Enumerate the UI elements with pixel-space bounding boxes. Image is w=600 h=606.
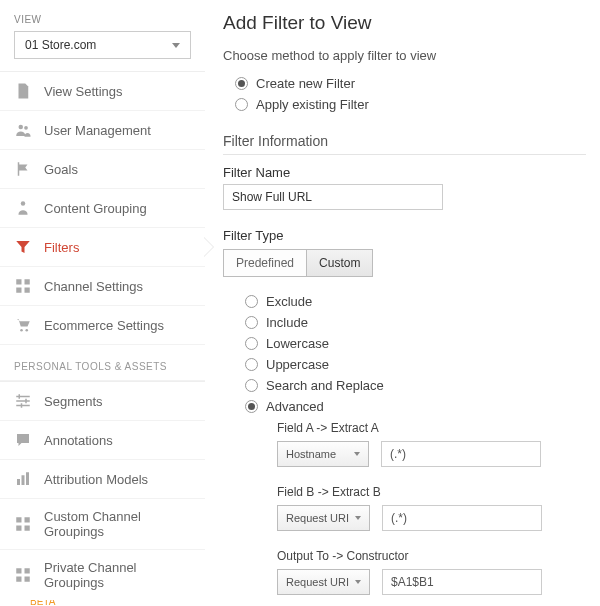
radio-exclude[interactable] [245,295,258,308]
svg-rect-15 [21,403,23,408]
sidebar-item-label: Filters [44,240,79,255]
sidebar-item-annotations[interactable]: Annotations [0,421,205,460]
select-value: Request URI [286,512,349,524]
advanced-settings: Field A -> Extract A Hostname Field B ->… [277,421,586,595]
view-selector[interactable]: 01 Store.com [14,31,191,59]
svg-rect-4 [16,279,21,284]
filter-name-input[interactable] [223,184,443,210]
svg-rect-11 [16,400,30,402]
sidebar-item-user-management[interactable]: User Management [0,111,205,150]
svg-rect-24 [25,568,30,573]
sidebar-item-label: Content Grouping [44,201,147,216]
bar-chart-icon [14,470,32,488]
svg-rect-7 [25,288,30,293]
tab-predefined[interactable]: Predefined [223,249,307,277]
radio-lowercase[interactable] [245,337,258,350]
svg-rect-19 [16,517,21,522]
filter-information-heading: Filter Information [223,133,586,155]
grid-dots-icon [14,566,32,584]
chevron-down-icon [172,43,180,48]
page-icon [14,82,32,100]
method-prompt: Choose method to apply filter to view [223,48,586,63]
sidebar-item-label: User Management [44,123,151,138]
svg-rect-5 [25,279,30,284]
svg-rect-18 [26,472,29,485]
sidebar-item-label: Ecommerce Settings [44,318,164,333]
radio-label: Exclude [266,294,312,309]
chevron-down-icon [354,452,360,456]
radio-label: Uppercase [266,357,329,372]
main-content: Add Filter to View Choose method to appl… [205,0,600,606]
output-to-input[interactable] [382,569,542,595]
funnel-icon [14,238,32,256]
radio-apply-existing-filter[interactable] [235,98,248,111]
sidebar-item-label: Custom Channel Groupings [44,509,191,539]
select-value: Hostname [286,448,336,460]
sidebar-item-label: View Settings [44,84,123,99]
svg-point-1 [24,126,28,130]
radio-advanced[interactable] [245,400,258,413]
output-to-select[interactable]: Request URI [277,569,370,595]
tab-custom[interactable]: Custom [307,249,373,277]
radio-include[interactable] [245,316,258,329]
sidebar-item-label: Segments [44,394,103,409]
svg-rect-10 [16,396,30,398]
sidebar-item-segments[interactable]: Segments [0,382,205,421]
field-b-select[interactable]: Request URI [277,505,370,531]
nav-section-1: View Settings User Management Goals Cont… [0,71,205,345]
field-a-input[interactable] [381,441,541,467]
sidebar-item-goals[interactable]: Goals [0,150,205,189]
sidebar-item-private-channel-groupings[interactable]: Private Channel Groupings [0,550,205,600]
svg-rect-14 [25,399,27,404]
flag-icon [14,160,32,178]
sidebar-item-attribution-models[interactable]: Attribution Models [0,460,205,499]
field-a-select[interactable]: Hostname [277,441,369,467]
sidebar-item-custom-channel-groupings[interactable]: Custom Channel Groupings [0,499,205,550]
users-icon [14,121,32,139]
radio-label: Apply existing Filter [256,97,369,112]
filter-name-label: Filter Name [223,165,586,180]
svg-rect-23 [16,568,21,573]
radio-label: Create new Filter [256,76,355,91]
filter-type-tabs: Predefined Custom [223,249,586,277]
sidebar-item-channel-settings[interactable]: Channel Settings [0,267,205,306]
nav-section-2: Segments Annotations Attribution Models … [0,381,205,606]
radio-search-replace[interactable] [245,379,258,392]
sidebar-item-label: Channel Settings [44,279,143,294]
radio-create-new-filter[interactable] [235,77,248,90]
sidebar-item-content-grouping[interactable]: Content Grouping [0,189,205,228]
custom-filter-options: Exclude Include Lowercase Uppercase Sear… [223,291,586,595]
radio-label: Lowercase [266,336,329,351]
view-selector-value: 01 Store.com [25,38,96,52]
field-b-input[interactable] [382,505,542,531]
svg-rect-22 [25,526,30,531]
svg-point-9 [25,329,28,332]
svg-rect-12 [16,405,30,407]
svg-rect-21 [16,526,21,531]
sidebar-item-ecommerce-settings[interactable]: Ecommerce Settings [0,306,205,345]
radio-label: Include [266,315,308,330]
sidebar-item-label: Private Channel Groupings [44,560,191,590]
field-a-label: Field A -> Extract A [277,421,586,435]
radio-label: Search and Replace [266,378,384,393]
chevron-down-icon [355,516,361,520]
radio-uppercase[interactable] [245,358,258,371]
filter-type-label: Filter Type [223,228,586,243]
sidebar-item-label: Attribution Models [44,472,148,487]
svg-rect-25 [16,577,21,582]
page-title: Add Filter to View [223,12,586,34]
chevron-down-icon [355,580,361,584]
svg-point-2 [21,201,26,206]
svg-point-8 [20,329,23,332]
radio-label: Advanced [266,399,324,414]
svg-rect-13 [19,394,21,399]
sidebar-item-view-settings[interactable]: View Settings [0,72,205,111]
cart-icon [14,316,32,334]
person-star-icon [14,199,32,217]
sidebar-item-filters[interactable]: Filters [0,228,205,267]
sidebar-item-label: Goals [44,162,78,177]
grid-icon [14,277,32,295]
svg-rect-6 [16,288,21,293]
svg-marker-3 [16,241,30,253]
sidebar-item-label: Annotations [44,433,113,448]
